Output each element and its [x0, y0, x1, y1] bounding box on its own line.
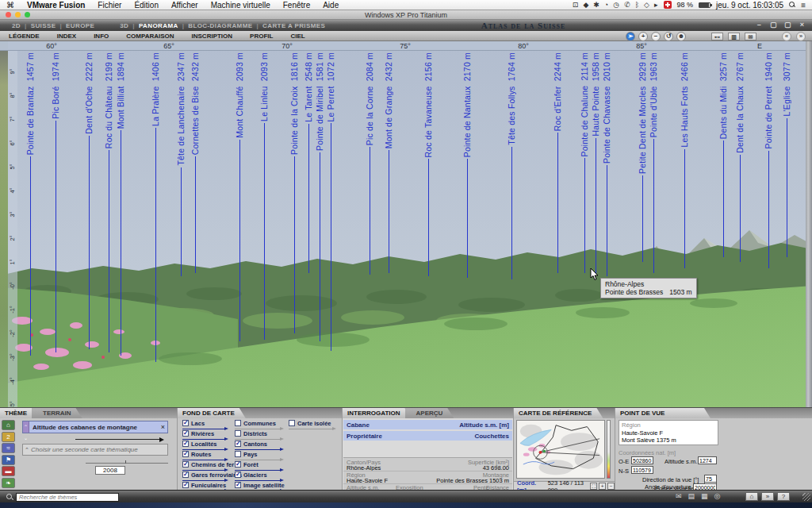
observer-icon[interactable]: ☻ [676, 32, 686, 41]
theme-opacity-slider[interactable] [75, 438, 164, 441]
nav-3d[interactable]: 3D [116, 22, 132, 29]
app-maximize-icon[interactable]: ▢ [783, 21, 793, 29]
unchecked-checkbox-icon[interactable] [235, 451, 241, 457]
notification-center-icon[interactable]: ≡ [801, 1, 806, 10]
home-button[interactable]: ⌂ [745, 492, 758, 501]
menu-item-édition[interactable]: Édition [128, 1, 165, 10]
sync-icon[interactable]: ◷ [613, 1, 619, 10]
altitude-input[interactable] [698, 456, 717, 464]
theme-search-input[interactable] [16, 493, 119, 502]
checked-checkbox-icon[interactable] [182, 471, 189, 478]
menu2-inscription[interactable]: INSCRIPTION [183, 33, 242, 40]
checked-checkbox-icon[interactable] [235, 471, 241, 478]
menu-item-fichier[interactable]: Fichier [91, 1, 128, 10]
menu2-info[interactable]: INFO [85, 33, 117, 40]
checked-checkbox-icon[interactable] [182, 420, 189, 426]
huts-icon[interactable]: ⌂ [2, 420, 15, 430]
menu-item-fenêtre[interactable]: Fenêtre [277, 1, 316, 10]
clock-icon[interactable]: ◔ [604, 1, 608, 10]
unchecked-checkbox-icon[interactable] [289, 420, 295, 426]
tab-carte-de-reference[interactable]: CARTE DE RÉFÉRENCE [514, 408, 603, 418]
display-icon[interactable]: ⊡ [573, 1, 579, 10]
notes-icon[interactable]: ▤ [688, 492, 695, 500]
link-button[interactable]: » [761, 492, 774, 501]
phone-icon[interactable]: ✆ [624, 1, 630, 10]
layer-toggle-pays[interactable]: Pays [235, 451, 258, 458]
clock-theme-icon[interactable]: 2 [2, 432, 15, 442]
tab-fond-de-carte[interactable]: FOND DE CARTE [178, 408, 246, 418]
apple-icon[interactable]: ⌘ [6, 1, 14, 10]
menu2-ciel[interactable]: CIEL [282, 33, 313, 40]
checked-checkbox-icon[interactable] [182, 430, 189, 437]
year-slider-thumb[interactable] [125, 460, 126, 464]
mail-tool-icon[interactable]: ✉ [745, 33, 756, 40]
zoom-in-icon[interactable]: + [638, 32, 648, 41]
layer-toggle-communes[interactable]: Communes [235, 420, 276, 427]
layer-toggle-routes[interactable]: Routes [182, 451, 211, 458]
app-restore-icon[interactable]: ▢ [768, 21, 779, 29]
split-view-icon[interactable]: ▥ [728, 33, 740, 40]
car-icon[interactable]: ▬ [2, 466, 15, 476]
layer-toggle-districts[interactable]: Districts [235, 430, 267, 437]
selected-theme-row[interactable]: ⌃⌄ Altitude des cabanes de montagne × [22, 421, 168, 433]
layer-toggle-chemins-de-fer[interactable]: Chemins de fer [182, 461, 234, 468]
mail-icon[interactable]: ✉ [676, 492, 682, 500]
checked-checkbox-icon[interactable] [235, 482, 241, 488]
layer-toggle-glaciers[interactable]: Glaciers [235, 471, 267, 479]
nav-carte-a-prismes[interactable]: CARTE A PRISMES [259, 22, 329, 29]
checked-checkbox-icon[interactable] [182, 461, 189, 468]
bluetooth-icon[interactable]: ᛒ [635, 1, 639, 10]
query-row-proprietaire[interactable]: Propriétaire Couchettes [343, 431, 512, 441]
app-close-icon[interactable]: × [797, 21, 807, 29]
menu-item-machine-virtuelle[interactable]: Machine virtuelle [205, 1, 277, 10]
menu-item-afficher[interactable]: Afficher [165, 1, 205, 10]
keyboard-icon[interactable]: ✱ [593, 1, 599, 10]
checked-checkbox-icon[interactable] [235, 461, 241, 468]
rotate-view-icon[interactable]: ↺ [664, 32, 673, 41]
spotlight-icon[interactable] [789, 2, 795, 8]
help-button[interactable]: ? [777, 492, 790, 501]
dropbox-icon[interactable]: ◆ [583, 1, 588, 10]
airport-icon[interactable]: ◇ [644, 1, 649, 10]
checked-checkbox-icon[interactable] [182, 451, 189, 457]
year-slider-track[interactable] [86, 463, 168, 464]
app-minimize-icon[interactable]: – [754, 21, 764, 29]
layer-toggle-cantons[interactable]: Cantons [235, 441, 267, 448]
unchecked-checkbox-icon[interactable] [235, 420, 241, 426]
nav-panorama[interactable]: PANORAMA [135, 22, 182, 29]
reference-map[interactable] [516, 420, 605, 479]
nav-bloc-diagramme[interactable]: BLOC-DIAGRAMME [184, 22, 256, 29]
map-zoom-in-button[interactable]: + [599, 483, 606, 490]
globe-icon[interactable]: ◎ [714, 492, 721, 500]
checked-checkbox-icon[interactable] [182, 482, 189, 488]
layer-toggle-gares-ferroviaires[interactable]: Gares ferroviaires [182, 471, 242, 479]
map-extent-button[interactable]: ⛶ [590, 483, 597, 490]
layer-opacity-slider[interactable] [289, 427, 336, 431]
layer-toggle-localités[interactable]: Localités [182, 441, 217, 448]
menu2-profil[interactable]: PROFIL [241, 33, 282, 40]
layer-toggle-image-satellite[interactable]: Image satellite [235, 482, 285, 489]
checked-checkbox-icon[interactable] [235, 441, 241, 447]
grid-icon[interactable]: ▦ [701, 492, 708, 500]
battery-icon[interactable] [699, 2, 710, 8]
menubar-clock[interactable]: jeu. 9 oct. 16:03:05 [716, 1, 783, 10]
layer-toggle-lacs[interactable]: Lacs [182, 420, 205, 427]
oe-input[interactable] [631, 456, 653, 464]
theme-grip-icon[interactable]: ⌃⌄ [23, 421, 29, 433]
combo-caret-icon[interactable]: ⌃ [23, 447, 31, 453]
vm-window-titlebar[interactable]: Windows XP Pro Titanium [0, 10, 812, 20]
query-row-cabane[interactable]: Cabane Altitude s.m. [m] [343, 420, 512, 429]
measure-tool-icon[interactable]: ⊷ [711, 33, 723, 40]
menu2-index[interactable]: INDEX [48, 33, 85, 40]
checked-checkbox-icon[interactable] [182, 441, 189, 447]
fish-icon[interactable]: ≈ [2, 443, 15, 453]
unchecked-checkbox-icon[interactable] [235, 430, 241, 437]
menu-item-aide[interactable]: Aide [316, 1, 345, 10]
expand-panel-icon[interactable]: » [796, 32, 806, 41]
pointer-tool-icon[interactable]: ➢ [626, 32, 635, 41]
menu2-légende[interactable]: LÉGENDE [0, 33, 48, 40]
flag-icon[interactable]: ⚑ [2, 455, 15, 465]
tab-interrogation[interactable]: INTERROGATION [343, 408, 412, 418]
layer-toggle-forêt[interactable]: Forêt [235, 461, 259, 468]
menu2-comparaison[interactable]: COMPARAISON [117, 33, 182, 40]
